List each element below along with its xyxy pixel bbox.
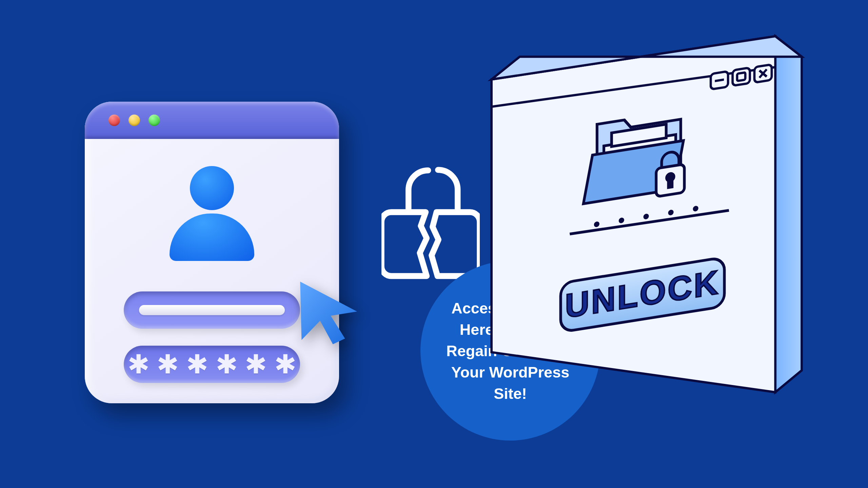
- svg-line-2: [715, 80, 724, 81]
- svg-rect-4: [737, 73, 745, 81]
- login-window: ✱ ✱ ✱ ✱ ✱ ✱: [85, 102, 339, 403]
- user-avatar-icon: [170, 166, 254, 261]
- traffic-light-close-icon: [108, 115, 120, 126]
- minimize-icon: [711, 71, 728, 89]
- svg-rect-12: [668, 179, 672, 188]
- traffic-light-minimize-icon: [129, 115, 140, 126]
- maximize-icon: [733, 67, 750, 86]
- password-field: ✱ ✱ ✱ ✱ ✱ ✱: [124, 346, 300, 383]
- username-field: [124, 291, 300, 329]
- traffic-light-maximize-icon: [149, 115, 160, 126]
- cursor-arrow-icon: [292, 274, 363, 346]
- close-icon: [754, 64, 772, 83]
- login-titlebar: [85, 102, 339, 139]
- broken-lock-icon: [381, 161, 480, 283]
- unlock-window: • • • • • UNLOCK: [481, 20, 804, 393]
